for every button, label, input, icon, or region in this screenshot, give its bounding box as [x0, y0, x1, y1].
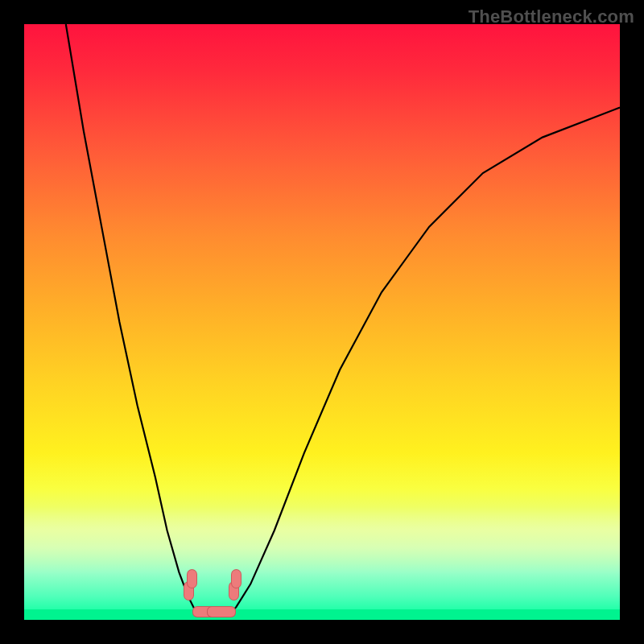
light-band	[24, 507, 620, 620]
plot-area	[24, 24, 620, 620]
curve-right-branch	[236, 108, 620, 609]
marker-vpill	[187, 569, 197, 588]
marker-vpill	[231, 569, 242, 588]
baseline-bar	[24, 609, 620, 620]
attribution-text: TheBottleneck.com	[469, 6, 634, 27]
curve-layer	[24, 24, 620, 620]
marker-vpill	[184, 581, 194, 601]
marker-layer	[24, 24, 620, 620]
marker-vpill	[229, 581, 239, 601]
chart-frame: TheBottleneck.com	[0, 0, 644, 644]
curve-left-branch	[66, 24, 194, 608]
